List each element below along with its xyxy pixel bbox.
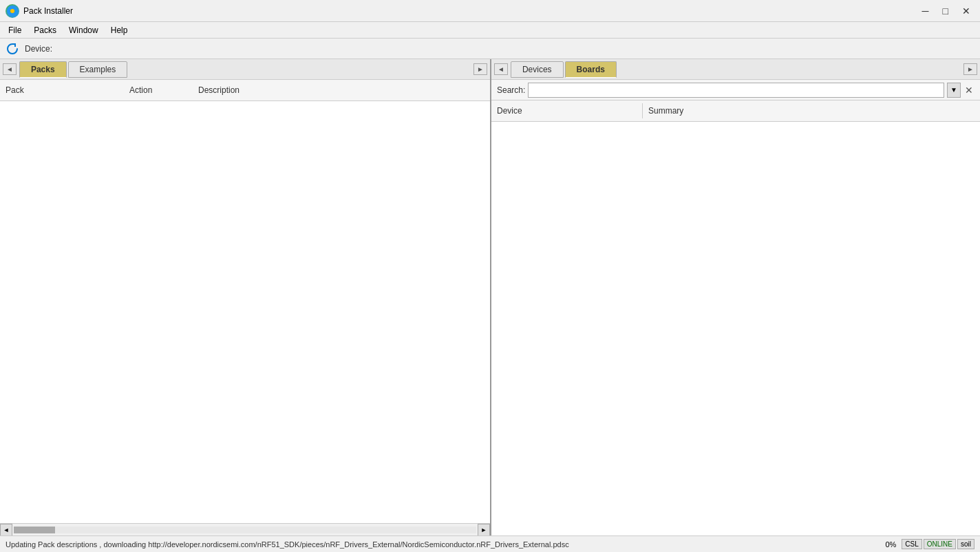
status-bar: Updating Pack descriptions , downloading…	[0, 535, 980, 552]
tab-packs[interactable]: Packs	[19, 61, 67, 78]
status-badge-online: ONLINE	[924, 539, 956, 549]
header-action: Action	[124, 83, 193, 98]
maximize-button[interactable]: □	[939, 4, 952, 18]
search-input[interactable]	[528, 83, 944, 98]
right-table: Device Summary	[491, 100, 980, 535]
scroll-thumb	[14, 527, 55, 533]
search-bar: Search: ▼ ✕	[491, 80, 980, 100]
left-scrollbar: ◄ ►	[0, 523, 490, 535]
search-dropdown-button[interactable]: ▼	[947, 83, 961, 98]
svg-point-1	[10, 9, 14, 13]
menu-packs[interactable]: Packs	[28, 24, 62, 36]
app-icon	[6, 4, 19, 18]
app-title: Pack Installer	[23, 6, 73, 16]
scroll-left-button[interactable]: ◄	[0, 524, 12, 536]
menu-help[interactable]: Help	[105, 24, 134, 36]
right-pane: ◄ Devices Boards ► Search: ▼ ✕ Device Su…	[491, 59, 980, 535]
menu-file[interactable]: File	[3, 24, 27, 36]
refresh-button[interactable]	[6, 42, 19, 56]
header-summary: Summary	[643, 103, 980, 118]
toolbar: Device:	[0, 39, 980, 59]
left-table-header: Pack Action Description	[0, 80, 490, 101]
right-tab-nav-right[interactable]: ►	[963, 63, 977, 75]
left-tab-nav-left[interactable]: ◄	[3, 63, 17, 75]
status-badges: CSL ONLINE soil	[902, 539, 974, 549]
status-badge-soil: soil	[957, 539, 974, 549]
device-label: Device:	[25, 44, 52, 54]
right-tab-nav-left[interactable]: ◄	[494, 63, 508, 75]
title-bar: Pack Installer ─ □ ✕	[0, 0, 980, 22]
tab-boards[interactable]: Boards	[565, 61, 617, 78]
search-clear-button[interactable]: ✕	[963, 83, 974, 98]
menu-bar: File Packs Window Help	[0, 22, 980, 39]
scroll-track[interactable]	[14, 527, 476, 533]
left-tab-bar: ◄ Packs Examples ►	[0, 59, 490, 80]
main-content: ◄ Packs Examples ► Pack Action Descripti…	[0, 59, 980, 535]
right-tab-bar: ◄ Devices Boards ►	[491, 59, 980, 80]
header-pack: Pack	[0, 83, 124, 98]
tab-examples[interactable]: Examples	[68, 61, 128, 78]
status-right: 0% CSL ONLINE soil	[885, 539, 974, 549]
header-description: Description	[193, 83, 490, 98]
right-table-header: Device Summary	[491, 100, 980, 122]
header-device: Device	[491, 103, 643, 118]
left-tab-nav-right[interactable]: ►	[473, 63, 487, 75]
left-table-body	[0, 101, 490, 523]
title-bar-left: Pack Installer	[6, 4, 73, 18]
window-controls: ─ □ ✕	[918, 4, 974, 18]
search-label: Search:	[497, 85, 525, 95]
status-text: Updating Pack descriptions , downloading…	[6, 540, 885, 549]
menu-window[interactable]: Window	[63, 24, 104, 36]
close-button[interactable]: ✕	[958, 4, 974, 18]
status-badge-csl: CSL	[902, 539, 922, 549]
scroll-right-button[interactable]: ►	[478, 524, 490, 536]
minimize-button[interactable]: ─	[918, 4, 933, 18]
left-pane: ◄ Packs Examples ► Pack Action Descripti…	[0, 59, 491, 535]
status-percent: 0%	[885, 540, 896, 549]
left-table: Pack Action Description	[0, 80, 490, 523]
tab-devices[interactable]: Devices	[511, 61, 564, 78]
right-table-body	[491, 122, 980, 535]
